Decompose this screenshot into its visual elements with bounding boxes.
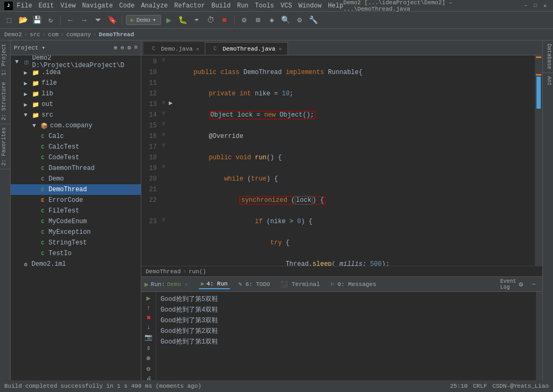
structure-button[interactable]: ⊞: [252, 14, 264, 26]
run-wrap-button[interactable]: ⊕: [143, 354, 155, 363]
run-tab-close[interactable]: ✕: [185, 281, 188, 288]
menu-run[interactable]: Run: [237, 2, 249, 10]
tree-item-file[interactable]: ▶ 📁 file: [11, 78, 141, 88]
collapse-all-button[interactable]: ⊖: [121, 44, 124, 51]
tab-terminal[interactable]: ⬛ Terminal: [278, 280, 322, 289]
bc-item-3[interactable]: com: [48, 31, 59, 38]
ant-tool-window[interactable]: Ant: [543, 72, 553, 89]
bc-item-4[interactable]: company: [66, 31, 91, 38]
fold-line19[interactable]: ▽: [160, 162, 167, 173]
tree-item-out[interactable]: ▶ 📁 out: [11, 99, 141, 110]
fold-line23[interactable]: ▽: [160, 215, 167, 226]
run-down-button[interactable]: ↓: [143, 324, 155, 331]
project-tool-window[interactable]: 1: Project: [0, 40, 10, 79]
sync-external-button[interactable]: ⊕: [114, 44, 118, 51]
fold-line15[interactable]: ▽: [160, 119, 167, 130]
event-log-button[interactable]: Event Log: [503, 279, 514, 290]
run-stop-button[interactable]: ■: [143, 314, 155, 322]
bc-item-current[interactable]: DemoThread: [99, 31, 134, 38]
bookmark-button[interactable]: 🔖: [106, 14, 118, 26]
scroll-thumb[interactable]: [536, 77, 541, 109]
tree-item-myexception[interactable]: C MyException: [11, 227, 141, 238]
tree-item-com-company[interactable]: ▼ 📦 com.company: [11, 120, 141, 131]
menu-code[interactable]: Code: [119, 2, 135, 10]
tree-item-calctest[interactable]: C CalcTest: [11, 142, 141, 152]
tree-item-demo[interactable]: C Demo: [11, 174, 141, 184]
structure-tool-window[interactable]: 2: Structure: [0, 79, 10, 124]
run-settings-button[interactable]: ⚙: [516, 279, 526, 290]
fold-line14[interactable]: ▽: [160, 109, 167, 119]
forward-button[interactable]: →: [78, 14, 90, 26]
editor-scrollbar[interactable]: [535, 55, 542, 266]
menu-view[interactable]: View: [60, 2, 76, 10]
tab-messages[interactable]: ⚐ 0: Messages: [328, 280, 379, 289]
menu-window[interactable]: Window: [299, 2, 322, 10]
tab-demothread-java[interactable]: C DemoThread.java ✕: [205, 42, 287, 55]
tree-item-testio[interactable]: C TestIo: [11, 248, 141, 259]
run-minimize-button[interactable]: –: [528, 279, 539, 290]
close-button[interactable]: ✕: [541, 2, 549, 10]
back-button[interactable]: ←: [65, 14, 76, 26]
eb-item-method[interactable]: run(): [189, 268, 206, 275]
run-config-selector[interactable]: ▶ Demo ▾: [126, 15, 161, 25]
favorites-tool-window[interactable]: 2: Favorites: [0, 124, 10, 169]
run-scrollbar[interactable]: [536, 292, 542, 380]
panel-settings-button[interactable]: ⚙: [127, 44, 131, 51]
menu-file[interactable]: File: [17, 2, 33, 10]
run-up-button[interactable]: ↑: [143, 305, 155, 312]
code-editor[interactable]: 9 10 11 12 13 14 15 16 17 18 19 20 21 22…: [141, 55, 542, 266]
menu-analyze[interactable]: Analyze: [141, 2, 167, 10]
tree-item-codetest[interactable]: C CodeTest: [11, 152, 141, 163]
tree-item-stringtest[interactable]: C StringTest: [11, 238, 141, 248]
fold-line17[interactable]: ▽: [160, 141, 167, 151]
panel-gear-button[interactable]: ≡: [134, 44, 138, 51]
run-print-button[interactable]: ⊖: [143, 365, 155, 373]
menu-refactor[interactable]: Refactor: [174, 2, 205, 10]
tree-item-daemonthread[interactable]: C DaemonThread: [11, 163, 141, 174]
bc-item-2[interactable]: src: [30, 31, 41, 38]
tree-item-filetest[interactable]: C FileTest: [11, 206, 141, 216]
coverage-button[interactable]: ☂: [191, 14, 203, 26]
debug-button[interactable]: 🐛: [177, 14, 189, 26]
menu-help[interactable]: Help: [328, 2, 343, 10]
tree-item-src[interactable]: ▼ 📁 src: [11, 110, 141, 120]
menu-edit[interactable]: Edit: [38, 2, 54, 10]
tab-close-demo[interactable]: ✕: [196, 46, 199, 52]
open-button[interactable]: 📂: [17, 14, 29, 26]
run-screenshot-button[interactable]: 📷: [143, 333, 155, 341]
stop-button[interactable]: ■: [219, 14, 230, 26]
save-button[interactable]: 💾: [31, 14, 43, 26]
tree-item-demo2iml[interactable]: ⚙ Demo2.iml: [11, 259, 141, 270]
run-scroll-lock[interactable]: ⇕: [143, 344, 155, 352]
new-file-button[interactable]: ⬚: [3, 14, 15, 26]
tree-item-calc[interactable]: C Calc: [11, 131, 141, 142]
tree-item-demothread[interactable]: C DemoThread: [11, 184, 141, 195]
eb-item-class[interactable]: DemoThread: [146, 268, 181, 275]
fold-line16[interactable]: ▽: [160, 130, 167, 141]
tab-todo[interactable]: ✎ 6: TODO: [236, 280, 272, 289]
database-tool-window[interactable]: Database: [543, 40, 553, 72]
minimize-button[interactable]: –: [522, 2, 530, 10]
run-restart-button[interactable]: ▶: [143, 294, 155, 303]
sdk-button[interactable]: ⚙: [238, 14, 250, 26]
tab-run-bottom[interactable]: ▶ 4: Run: [199, 279, 230, 289]
tools-button[interactable]: 🔧: [308, 14, 319, 26]
sync-button[interactable]: ↻: [45, 14, 57, 26]
search-everywhere[interactable]: 🔍: [280, 14, 292, 26]
tab-close-demothread[interactable]: ✕: [278, 46, 282, 52]
history-button[interactable]: ⏷: [92, 14, 104, 26]
menu-tools[interactable]: Tools: [255, 2, 274, 10]
bc-item-1[interactable]: Demo2: [4, 31, 22, 38]
code-content[interactable]: public class DemoThread implements Runna…: [174, 55, 535, 266]
fold-line13[interactable]: ▽: [160, 98, 167, 109]
run-extra-button[interactable]: 🖨: [143, 375, 155, 380]
tree-item-mycodeenum[interactable]: C MyCodeEnum: [11, 216, 141, 227]
tree-item-errorcode[interactable]: E ErrorCode: [11, 195, 141, 206]
tree-item-lib[interactable]: ▶ 📁 lib: [11, 88, 141, 99]
menu-navigate[interactable]: Navigate: [82, 2, 113, 10]
sdk2-button[interactable]: ◈: [266, 14, 278, 26]
menu-build[interactable]: Build: [211, 2, 230, 10]
settings-button[interactable]: ⚙: [294, 14, 306, 26]
run-button[interactable]: ▶: [163, 14, 175, 26]
maximize-button[interactable]: □: [532, 2, 539, 10]
